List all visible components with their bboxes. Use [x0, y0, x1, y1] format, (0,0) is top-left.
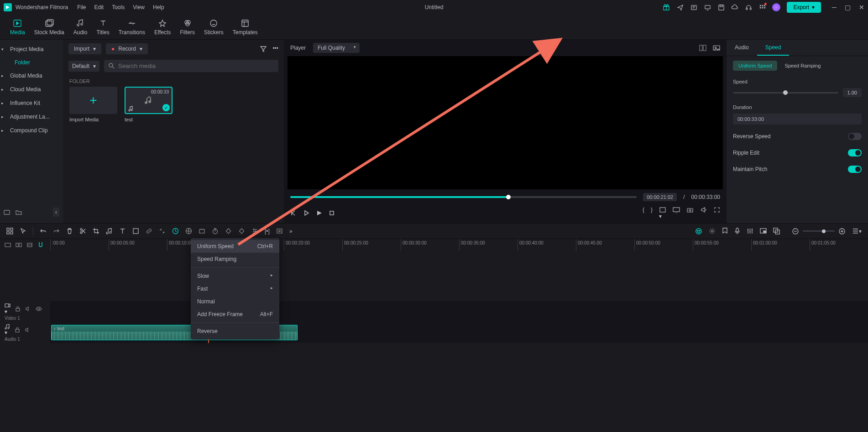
tl-crop-icon[interactable] — [93, 228, 99, 234]
video-track-icon[interactable]: ▾ — [5, 302, 10, 315]
tab-transitions[interactable]: Transitions — [114, 17, 150, 37]
tl-cursor-icon[interactable] — [20, 228, 26, 234]
headphones-icon[interactable] — [745, 4, 752, 11]
ruler-tool-1[interactable] — [5, 242, 11, 248]
stop-button[interactable] — [329, 210, 335, 216]
sort-dropdown[interactable]: Default▾ — [68, 61, 99, 72]
tl-bracket-icon[interactable]: [•] — [265, 228, 270, 234]
new-bin-icon[interactable] — [4, 209, 10, 215]
audio-track[interactable]: ♪test — [50, 322, 868, 343]
track-lock-icon-2[interactable] — [15, 327, 20, 333]
collapse-sidebar-button[interactable]: ‹ — [53, 208, 59, 217]
tl-mixer-icon[interactable] — [747, 228, 753, 234]
tab-stickers[interactable]: Stickers — [199, 17, 228, 37]
ctx-normal[interactable]: Normal — [191, 295, 279, 308]
track-mute-icon[interactable] — [25, 306, 31, 312]
tl-link-icon[interactable] — [146, 228, 152, 234]
maintain-pitch-toggle[interactable] — [848, 166, 862, 173]
sidebar-project-media[interactable]: Project Media — [0, 42, 63, 56]
ruler-tool-3[interactable] — [26, 242, 33, 248]
duration-input[interactable] — [733, 114, 862, 125]
tl-gear-icon[interactable] — [709, 228, 716, 234]
tl-marker-icon[interactable] — [722, 228, 728, 234]
mark-in-icon[interactable]: { — [643, 207, 644, 219]
tab-stock-media[interactable]: Stock Media — [30, 17, 69, 37]
close-button[interactable]: ✕ — [859, 4, 864, 11]
record-dropdown[interactable]: ●Record▾ — [106, 43, 148, 54]
compare-icon[interactable] — [699, 45, 706, 51]
rp-tab-audio[interactable]: Audio — [727, 40, 757, 56]
tl-keyframe-icon[interactable] — [225, 228, 232, 234]
mark-out-icon[interactable]: } — [651, 207, 653, 219]
import-dropdown[interactable]: Import▾ — [68, 43, 101, 54]
tl-speed-icon[interactable] — [172, 228, 179, 234]
history-icon[interactable] — [690, 4, 697, 11]
menu-edit[interactable]: Edit — [94, 4, 104, 10]
tl-split-icon[interactable] — [79, 228, 86, 234]
ctx-speed-ramping[interactable]: Speed Ramping — [191, 253, 279, 265]
tl-pip-icon[interactable] — [760, 228, 767, 234]
ctx-reverse[interactable]: Reverse — [191, 325, 279, 338]
menu-view[interactable]: View — [133, 4, 145, 10]
apps-icon[interactable] — [758, 4, 766, 11]
ctx-freeze[interactable]: Add Freeze FrameAlt+F — [191, 308, 279, 321]
tl-mask-icon[interactable] — [238, 228, 245, 234]
maximize-button[interactable]: ▢ — [845, 4, 851, 11]
search-input[interactable] — [104, 60, 278, 72]
more-icon[interactable]: ••• — [272, 45, 278, 52]
track-lock-icon[interactable] — [15, 306, 21, 312]
tl-more-icon[interactable]: » — [289, 228, 293, 234]
track-visible-icon[interactable] — [36, 306, 42, 312]
tl-color-icon[interactable] — [185, 228, 192, 234]
speed-slider[interactable] — [733, 92, 838, 94]
display-icon[interactable] — [673, 207, 680, 219]
media-clip-test[interactable]: 00:00:33 ✓ test — [125, 87, 173, 122]
monitor-icon[interactable] — [704, 4, 711, 11]
zoom-slider[interactable] — [803, 230, 835, 232]
save-icon[interactable] — [717, 4, 725, 11]
speed-value[interactable]: 1.00 — [843, 88, 862, 97]
tab-titles[interactable]: Titles — [92, 17, 114, 37]
tab-filters[interactable]: Filters — [175, 17, 199, 37]
player-canvas[interactable] — [288, 56, 723, 189]
tl-effects-tool-icon[interactable] — [199, 228, 205, 234]
user-avatar[interactable] — [772, 3, 780, 11]
sidebar-folder[interactable]: Folder — [0, 56, 63, 69]
tl-ai-icon[interactable] — [695, 228, 702, 235]
ctx-fast[interactable]: Fast — [191, 282, 279, 295]
rp-tab-speed[interactable]: Speed — [757, 40, 790, 56]
filter-icon[interactable] — [260, 45, 267, 52]
tl-audio-tool-icon[interactable] — [106, 228, 113, 234]
tl-render-icon[interactable] — [276, 228, 283, 234]
tl-detach-icon[interactable] — [159, 228, 166, 234]
audio-track-icon[interactable]: ▾ — [5, 324, 10, 336]
sidebar-adjustment[interactable]: Adjustment La... — [0, 110, 63, 124]
snapshot-view-icon[interactable] — [713, 45, 720, 51]
scrub-bar[interactable] — [290, 196, 637, 198]
tl-adjust-icon[interactable] — [251, 228, 258, 234]
track-mute-icon-2[interactable] — [25, 327, 31, 333]
tl-layers-icon[interactable] — [773, 228, 780, 234]
menu-help[interactable]: Help — [153, 4, 164, 10]
snapshot-icon[interactable] — [686, 207, 694, 219]
fullscreen-icon[interactable] — [714, 207, 720, 219]
tl-layout-icon[interactable] — [6, 228, 13, 234]
play-button[interactable] — [316, 210, 322, 216]
reverse-speed-toggle[interactable] — [848, 133, 862, 140]
tl-delete-icon[interactable] — [66, 228, 73, 234]
sidebar-global-media[interactable]: Global Media — [0, 69, 63, 83]
menu-tools[interactable]: Tools — [112, 4, 125, 10]
ctx-slow[interactable]: Slow — [191, 270, 279, 282]
sidebar-influence-kit[interactable]: Influence Kit — [0, 96, 63, 110]
tab-media[interactable]: Media — [5, 17, 30, 37]
export-button[interactable]: Export ▾ — [787, 2, 821, 13]
prev-frame-button[interactable] — [290, 210, 297, 216]
tl-chrono-icon[interactable] — [212, 228, 219, 234]
new-folder-icon[interactable] — [16, 209, 22, 215]
tl-list-icon[interactable]: ▾ — [852, 228, 862, 234]
tl-mic-icon[interactable] — [734, 228, 740, 234]
subtab-uniform-speed[interactable]: Uniform Speed — [733, 61, 777, 71]
video-track[interactable] — [50, 301, 868, 322]
send-icon[interactable] — [676, 4, 684, 11]
ratio-icon[interactable]: ▾ — [659, 207, 666, 219]
